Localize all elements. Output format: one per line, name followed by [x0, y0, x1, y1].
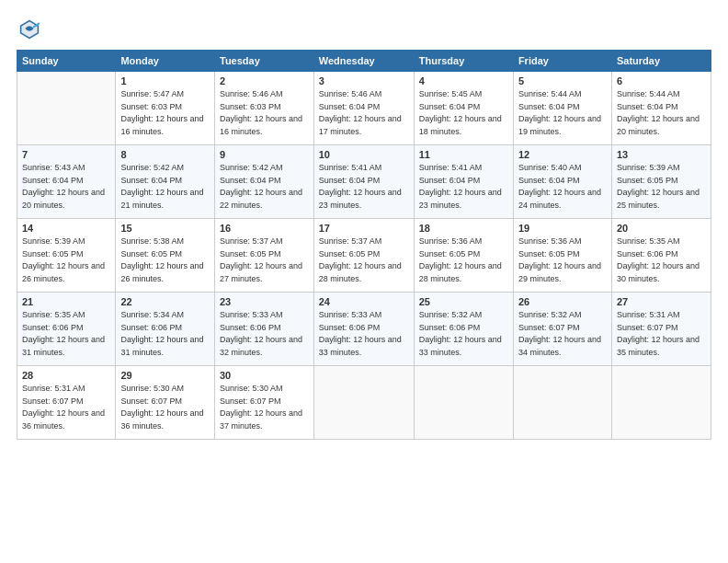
calendar-cell: [513, 366, 611, 440]
header: [17, 17, 711, 42]
day-info: Sunrise: 5:43 AMSunset: 6:04 PMDaylight:…: [22, 162, 110, 212]
weekday-header-wednesday: Wednesday: [313, 51, 414, 72]
calendar-cell: [414, 366, 513, 440]
calendar-week-row: 28 Sunrise: 5:31 AMSunset: 6:07 PMDaylig…: [17, 366, 711, 440]
day-number: 10: [319, 149, 409, 160]
day-number: 5: [518, 75, 607, 86]
day-number: 19: [518, 223, 607, 234]
calendar-cell: [611, 366, 711, 440]
day-number: 9: [220, 149, 309, 160]
calendar-cell: 26 Sunrise: 5:32 AMSunset: 6:07 PMDaylig…: [513, 293, 611, 366]
calendar-cell: 9 Sunrise: 5:42 AMSunset: 6:04 PMDayligh…: [214, 145, 313, 219]
day-info: Sunrise: 5:46 AMSunset: 6:03 PMDaylight:…: [220, 88, 309, 138]
calendar-cell: [313, 366, 414, 440]
day-number: 26: [518, 296, 607, 307]
calendar-cell: 16 Sunrise: 5:37 AMSunset: 6:05 PMDaylig…: [214, 219, 313, 293]
calendar-cell: 30 Sunrise: 5:30 AMSunset: 6:07 PMDaylig…: [214, 366, 313, 440]
weekday-header-monday: Monday: [116, 51, 215, 72]
calendar-cell: 24 Sunrise: 5:33 AMSunset: 6:06 PMDaylig…: [313, 293, 414, 366]
logo: [17, 17, 46, 42]
calendar-cell: 18 Sunrise: 5:36 AMSunset: 6:05 PMDaylig…: [414, 219, 513, 293]
weekday-header-friday: Friday: [513, 51, 611, 72]
calendar-cell: 23 Sunrise: 5:33 AMSunset: 6:06 PMDaylig…: [214, 293, 313, 366]
day-number: 21: [22, 296, 110, 307]
day-info: Sunrise: 5:41 AMSunset: 6:04 PMDaylight:…: [419, 162, 508, 212]
day-info: Sunrise: 5:30 AMSunset: 6:07 PMDaylight:…: [120, 383, 210, 432]
calendar-cell: 15 Sunrise: 5:38 AMSunset: 6:05 PMDaylig…: [116, 219, 215, 293]
day-info: Sunrise: 5:44 AMSunset: 6:04 PMDaylight:…: [518, 88, 607, 138]
day-info: Sunrise: 5:47 AMSunset: 6:03 PMDaylight:…: [120, 88, 210, 138]
day-info: Sunrise: 5:36 AMSunset: 6:05 PMDaylight:…: [419, 236, 508, 285]
day-number: 23: [220, 296, 309, 307]
day-number: 2: [220, 75, 309, 86]
calendar-cell: 10 Sunrise: 5:41 AMSunset: 6:04 PMDaylig…: [313, 145, 414, 219]
day-info: Sunrise: 5:35 AMSunset: 6:06 PMDaylight:…: [22, 309, 110, 359]
day-number: 29: [120, 370, 210, 381]
day-number: 1: [120, 75, 210, 86]
calendar-cell: 4 Sunrise: 5:45 AMSunset: 6:04 PMDayligh…: [414, 72, 513, 145]
day-info: Sunrise: 5:32 AMSunset: 6:06 PMDaylight:…: [419, 309, 508, 359]
calendar-table: SundayMondayTuesdayWednesdayThursdayFrid…: [17, 50, 711, 440]
day-info: Sunrise: 5:45 AMSunset: 6:04 PMDaylight:…: [419, 88, 508, 138]
page: SundayMondayTuesdayWednesdayThursdayFrid…: [0, 0, 728, 563]
day-number: 18: [419, 223, 508, 234]
day-info: Sunrise: 5:46 AMSunset: 6:04 PMDaylight:…: [319, 88, 409, 138]
day-info: Sunrise: 5:35 AMSunset: 6:06 PMDaylight:…: [617, 236, 706, 285]
day-number: 24: [319, 296, 409, 307]
calendar-cell: [17, 72, 116, 145]
day-number: 22: [120, 296, 210, 307]
calendar-cell: 20 Sunrise: 5:35 AMSunset: 6:06 PMDaylig…: [611, 219, 711, 293]
weekday-header-thursday: Thursday: [414, 51, 513, 72]
day-info: Sunrise: 5:36 AMSunset: 6:05 PMDaylight:…: [518, 236, 607, 285]
calendar-cell: 2 Sunrise: 5:46 AMSunset: 6:03 PMDayligh…: [214, 72, 313, 145]
day-number: 13: [617, 149, 706, 160]
day-number: 16: [220, 223, 309, 234]
day-number: 14: [22, 223, 110, 234]
weekday-header-sunday: Sunday: [17, 51, 116, 72]
day-info: Sunrise: 5:33 AMSunset: 6:06 PMDaylight:…: [220, 309, 309, 359]
day-info: Sunrise: 5:39 AMSunset: 6:05 PMDaylight:…: [617, 162, 706, 212]
day-number: 28: [22, 370, 110, 381]
day-info: Sunrise: 5:31 AMSunset: 6:07 PMDaylight:…: [617, 309, 706, 359]
weekday-header-saturday: Saturday: [611, 51, 711, 72]
calendar-cell: 14 Sunrise: 5:39 AMSunset: 6:05 PMDaylig…: [17, 219, 116, 293]
calendar-week-row: 21 Sunrise: 5:35 AMSunset: 6:06 PMDaylig…: [17, 293, 711, 366]
day-info: Sunrise: 5:42 AMSunset: 6:04 PMDaylight:…: [220, 162, 309, 212]
day-info: Sunrise: 5:40 AMSunset: 6:04 PMDaylight:…: [518, 162, 607, 212]
calendar-cell: 17 Sunrise: 5:37 AMSunset: 6:05 PMDaylig…: [313, 219, 414, 293]
calendar-cell: 29 Sunrise: 5:30 AMSunset: 6:07 PMDaylig…: [116, 366, 215, 440]
weekday-header-row: SundayMondayTuesdayWednesdayThursdayFrid…: [17, 51, 711, 72]
calendar-cell: 19 Sunrise: 5:36 AMSunset: 6:05 PMDaylig…: [513, 219, 611, 293]
day-number: 25: [419, 296, 508, 307]
day-number: 3: [319, 75, 409, 86]
day-number: 11: [419, 149, 508, 160]
day-info: Sunrise: 5:44 AMSunset: 6:04 PMDaylight:…: [617, 88, 706, 138]
calendar-cell: 6 Sunrise: 5:44 AMSunset: 6:04 PMDayligh…: [611, 72, 711, 145]
logo-icon: [17, 17, 42, 42]
calendar-cell: 11 Sunrise: 5:41 AMSunset: 6:04 PMDaylig…: [414, 145, 513, 219]
calendar-cell: 8 Sunrise: 5:42 AMSunset: 6:04 PMDayligh…: [116, 145, 215, 219]
day-info: Sunrise: 5:41 AMSunset: 6:04 PMDaylight:…: [319, 162, 409, 212]
calendar-cell: 21 Sunrise: 5:35 AMSunset: 6:06 PMDaylig…: [17, 293, 116, 366]
day-number: 4: [419, 75, 508, 86]
calendar-cell: 3 Sunrise: 5:46 AMSunset: 6:04 PMDayligh…: [313, 72, 414, 145]
day-info: Sunrise: 5:39 AMSunset: 6:05 PMDaylight:…: [22, 236, 110, 285]
calendar-cell: 22 Sunrise: 5:34 AMSunset: 6:06 PMDaylig…: [116, 293, 215, 366]
weekday-header-tuesday: Tuesday: [214, 51, 313, 72]
day-number: 17: [319, 223, 409, 234]
calendar-week-row: 1 Sunrise: 5:47 AMSunset: 6:03 PMDayligh…: [17, 72, 711, 145]
day-number: 12: [518, 149, 607, 160]
calendar-week-row: 14 Sunrise: 5:39 AMSunset: 6:05 PMDaylig…: [17, 219, 711, 293]
day-number: 7: [22, 149, 110, 160]
calendar-cell: 28 Sunrise: 5:31 AMSunset: 6:07 PMDaylig…: [17, 366, 116, 440]
calendar-cell: 25 Sunrise: 5:32 AMSunset: 6:06 PMDaylig…: [414, 293, 513, 366]
day-info: Sunrise: 5:31 AMSunset: 6:07 PMDaylight:…: [22, 383, 110, 432]
day-info: Sunrise: 5:30 AMSunset: 6:07 PMDaylight:…: [220, 383, 309, 432]
day-info: Sunrise: 5:37 AMSunset: 6:05 PMDaylight:…: [319, 236, 409, 285]
day-info: Sunrise: 5:37 AMSunset: 6:05 PMDaylight:…: [220, 236, 309, 285]
day-number: 8: [120, 149, 210, 160]
calendar-week-row: 7 Sunrise: 5:43 AMSunset: 6:04 PMDayligh…: [17, 145, 711, 219]
calendar-cell: 7 Sunrise: 5:43 AMSunset: 6:04 PMDayligh…: [17, 145, 116, 219]
calendar-cell: 1 Sunrise: 5:47 AMSunset: 6:03 PMDayligh…: [116, 72, 215, 145]
day-info: Sunrise: 5:32 AMSunset: 6:07 PMDaylight:…: [518, 309, 607, 359]
